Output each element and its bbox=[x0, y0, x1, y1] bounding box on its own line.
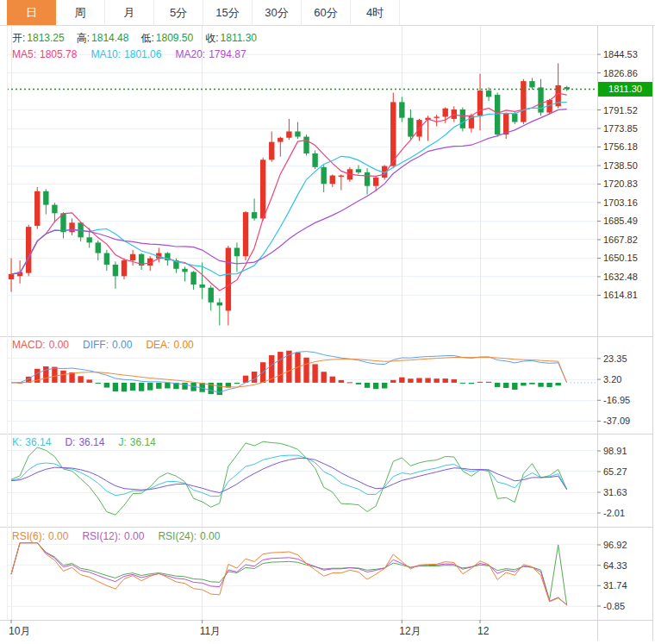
tab-6-timeframe[interactable]: 30分 bbox=[253, 0, 302, 25]
svg-text:-16.95: -16.95 bbox=[603, 395, 630, 405]
svg-text:31.74: 31.74 bbox=[603, 580, 627, 591]
svg-text:1667.82: 1667.82 bbox=[603, 234, 638, 245]
svg-text:11月: 11月 bbox=[200, 625, 221, 637]
ma-readout: MA5:1805.78MA10:1801.06MA20:1794.87 bbox=[12, 48, 260, 61]
x-axis: 10月11月12月12 bbox=[9, 620, 490, 637]
svg-text:10月: 10月 bbox=[9, 625, 30, 637]
rsi12-value: 0.00 bbox=[124, 530, 144, 542]
svg-text:1685.49: 1685.49 bbox=[603, 216, 638, 226]
svg-text:1632.48: 1632.48 bbox=[603, 272, 638, 282]
low-label: 低: bbox=[140, 32, 153, 44]
tab-4-timeframe[interactable]: 5分 bbox=[154, 0, 203, 25]
ohlc-readout: 开:1813.25高:1814.48低:1809.50收:1811.30 bbox=[12, 32, 269, 45]
macd-label: MACD: bbox=[12, 339, 46, 351]
svg-text:1826.86: 1826.86 bbox=[603, 68, 638, 78]
svg-text:31.63: 31.63 bbox=[603, 487, 627, 497]
diff-label: DIFF: bbox=[83, 339, 109, 351]
ma10-label: MA10: bbox=[90, 48, 121, 60]
k-value: 36.14 bbox=[25, 436, 51, 448]
j-value: 36.14 bbox=[130, 436, 156, 448]
open-value: 1813.25 bbox=[27, 32, 64, 44]
tab-2-timeframe[interactable]: 周 bbox=[56, 0, 105, 25]
svg-text:-2.01: -2.01 bbox=[603, 508, 625, 518]
macd-value: 0.00 bbox=[49, 339, 69, 351]
dea-value: 0.00 bbox=[173, 339, 193, 351]
timeframe-tabs: 日周月5分15分30分60分4时 bbox=[0, 0, 655, 26]
svg-text:1703.16: 1703.16 bbox=[603, 197, 638, 208]
low-value: 1809.50 bbox=[156, 32, 193, 44]
svg-text:12月: 12月 bbox=[399, 625, 421, 637]
candlesticks bbox=[9, 63, 570, 325]
kdj-readout: K:36.14D:36.14J:36.14 bbox=[12, 436, 170, 449]
svg-text:1811.30: 1811.30 bbox=[608, 84, 642, 94]
tab-1-timeframe[interactable]: 日 bbox=[7, 0, 56, 25]
svg-text:1756.18: 1756.18 bbox=[603, 141, 638, 152]
kdj-lines bbox=[11, 441, 567, 515]
rsi6-label: RSI(6): bbox=[12, 530, 45, 542]
open-label: 开: bbox=[12, 32, 25, 44]
svg-text:1614.81: 1614.81 bbox=[603, 290, 638, 300]
svg-text:1720.83: 1720.83 bbox=[603, 178, 638, 189]
rsi6-value: 0.00 bbox=[48, 530, 68, 542]
svg-text:1738.50: 1738.50 bbox=[603, 160, 638, 171]
diff-value: 0.00 bbox=[112, 339, 132, 351]
close-value: 1811.30 bbox=[221, 32, 258, 44]
d-value: 36.14 bbox=[78, 436, 104, 448]
svg-text:1844.53: 1844.53 bbox=[603, 49, 638, 59]
ma20-value: 1794.87 bbox=[209, 48, 246, 60]
d-label: D: bbox=[65, 436, 75, 448]
close-label: 收: bbox=[205, 32, 218, 44]
svg-text:65.27: 65.27 bbox=[603, 466, 627, 477]
macd-readout: MACD:0.00DIFF:0.00DEA:0.00 bbox=[12, 339, 208, 352]
svg-text:-0.85: -0.85 bbox=[603, 601, 625, 611]
svg-text:1791.52: 1791.52 bbox=[603, 105, 638, 116]
rsi12-label: RSI(12): bbox=[82, 530, 121, 542]
rsi24-label: RSI(24): bbox=[158, 530, 196, 542]
high-value: 1814.48 bbox=[91, 32, 128, 44]
svg-text:12: 12 bbox=[477, 625, 490, 637]
high-label: 高: bbox=[77, 32, 90, 44]
trading-chart-app: 日周月5分15分30分60分4时 开:1813.25高:1814.48低:180… bbox=[0, 0, 655, 644]
svg-text:98.91: 98.91 bbox=[603, 446, 627, 456]
price-chart-canvas[interactable]: 1844.531826.861791.521773.851756.181738.… bbox=[0, 26, 655, 641]
j-label: J: bbox=[118, 436, 126, 448]
ma5-label: MA5: bbox=[12, 48, 36, 60]
svg-text:3.20: 3.20 bbox=[603, 374, 621, 385]
k-label: K: bbox=[12, 436, 22, 448]
svg-text:96.92: 96.92 bbox=[603, 540, 627, 550]
tab-3-timeframe[interactable]: 月 bbox=[105, 0, 154, 25]
rsi24-value: 0.00 bbox=[200, 530, 220, 542]
rsi-readout: RSI(6):0.00RSI(12):0.00RSI(24):0.00 bbox=[12, 530, 234, 543]
tab-7-timeframe[interactable]: 60分 bbox=[302, 0, 351, 25]
svg-text:64.33: 64.33 bbox=[603, 560, 627, 571]
ma5-value: 1805.78 bbox=[40, 48, 77, 60]
tab-5-timeframe[interactable]: 15分 bbox=[203, 0, 253, 25]
svg-text:23.35: 23.35 bbox=[603, 353, 627, 364]
current-price-tag: 1811.30 bbox=[598, 82, 652, 97]
dea-label: DEA: bbox=[146, 339, 170, 351]
svg-text:-37.09: -37.09 bbox=[603, 416, 630, 426]
rsi-lines bbox=[11, 543, 567, 606]
tab-8-timeframe[interactable]: 4时 bbox=[351, 0, 400, 25]
svg-text:1650.15: 1650.15 bbox=[603, 253, 638, 263]
svg-text:1773.85: 1773.85 bbox=[603, 123, 638, 134]
panel-borders bbox=[0, 26, 653, 641]
ma10-value: 1801.06 bbox=[124, 48, 161, 60]
ma20-label: MA20: bbox=[175, 48, 205, 60]
horizontal-gridlines bbox=[7, 54, 597, 606]
